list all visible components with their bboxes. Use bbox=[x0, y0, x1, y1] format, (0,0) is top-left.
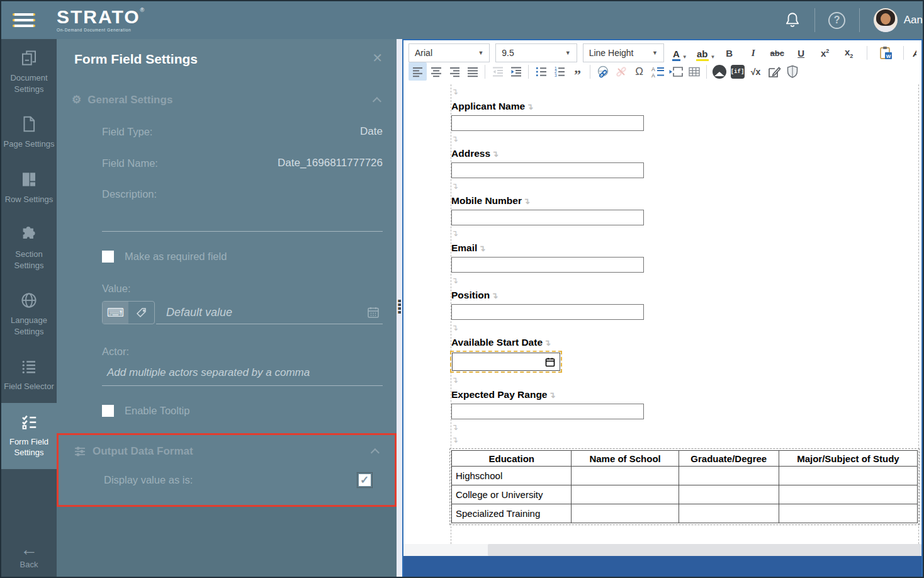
date-calendar-icon[interactable] bbox=[545, 357, 555, 367]
table-header[interactable]: Name of School bbox=[572, 451, 679, 467]
svg-text:A: A bbox=[651, 72, 655, 78]
sidebar-item-field-selector[interactable]: Field Selector bbox=[1, 348, 57, 403]
align-center-button[interactable] bbox=[427, 62, 445, 81]
sidebar-item-section-settings[interactable]: Section Settings bbox=[1, 215, 57, 281]
sidebar-item-row-settings[interactable]: Row Settings bbox=[1, 161, 57, 216]
table-cell[interactable] bbox=[779, 467, 917, 485]
expected-pay-range-input[interactable] bbox=[451, 404, 644, 419]
underline-button[interactable]: U bbox=[792, 44, 810, 62]
keyboard-mode-button[interactable]: ⌨ bbox=[103, 302, 128, 324]
table-header[interactable]: Major/Subject of Study bbox=[779, 451, 917, 467]
font-size-dropdown[interactable]: 9.5 ▼ bbox=[495, 43, 577, 62]
calendar-icon[interactable] bbox=[366, 305, 380, 319]
strikethrough-button[interactable]: abc bbox=[768, 44, 786, 62]
indent-button[interactable] bbox=[507, 62, 525, 81]
table-row: Specialized Training bbox=[452, 504, 918, 523]
numbered-list-button[interactable]: 123 bbox=[550, 62, 568, 81]
help-button[interactable]: ? bbox=[815, 1, 859, 39]
line-height-dropdown[interactable]: Line Height ▼ bbox=[583, 43, 664, 62]
bold-button[interactable]: B bbox=[720, 44, 738, 62]
sidebar-item-form-field-settings[interactable]: Form Field Settings bbox=[1, 403, 57, 469]
bullet-list-icon bbox=[535, 65, 548, 78]
sidebar-item-page-settings[interactable]: Page Settings bbox=[1, 105, 57, 161]
horizontal-scrollbar[interactable] bbox=[403, 544, 921, 556]
insert-link-button[interactable] bbox=[594, 62, 612, 81]
default-value-input[interactable]: Default value bbox=[156, 302, 383, 324]
table-cell[interactable] bbox=[679, 504, 779, 523]
italic-button[interactable]: I bbox=[744, 44, 762, 62]
available-start-date-input[interactable] bbox=[452, 353, 560, 371]
education-table[interactable]: Education Name of School Graduate/Degree… bbox=[451, 450, 918, 523]
subscript-button[interactable]: x2 bbox=[840, 44, 858, 62]
insert-table-button[interactable] bbox=[685, 62, 703, 81]
font-family-dropdown[interactable]: Arial ▼ bbox=[408, 43, 490, 62]
actor-input[interactable]: Add multiple actors separated by a comma bbox=[102, 361, 383, 386]
highlight-icon: ab bbox=[696, 48, 709, 61]
hamburger-menu-icon[interactable] bbox=[13, 13, 35, 27]
sidebar-item-language-settings[interactable]: Language Settings bbox=[1, 281, 57, 348]
table-cell[interactable]: College or University bbox=[452, 485, 572, 504]
justify-button[interactable] bbox=[463, 62, 482, 81]
position-input[interactable] bbox=[451, 304, 644, 320]
font-color-button[interactable]: A ▼ bbox=[670, 44, 688, 62]
logo-text: STRATO bbox=[57, 6, 140, 27]
table-cell[interactable]: Highschool bbox=[452, 467, 572, 485]
selected-date-field[interactable] bbox=[452, 353, 560, 371]
output-data-format-header[interactable]: Output Data Format bbox=[59, 445, 395, 458]
protect-field-button[interactable] bbox=[783, 62, 801, 81]
insert-formula-button[interactable]: √x bbox=[747, 62, 765, 81]
sidebar-back-button[interactable]: ← Back bbox=[1, 537, 57, 577]
table-cell[interactable] bbox=[679, 485, 779, 504]
tooltip-checkbox[interactable] bbox=[102, 405, 114, 417]
chevron-up-icon[interactable] bbox=[371, 448, 380, 457]
table-cell[interactable] bbox=[572, 485, 679, 504]
sidebar-item-document-settings[interactable]: Document Settings bbox=[1, 39, 57, 105]
page-break-button[interactable] bbox=[667, 62, 685, 81]
align-right-icon bbox=[448, 65, 461, 78]
close-icon[interactable]: ✕ bbox=[372, 52, 383, 64]
general-settings-header[interactable]: ⚙ General Settings bbox=[57, 93, 397, 106]
document-page[interactable]: ↴ Applicant Name↴ ↴ Address↴ ↴ Mobile Nu… bbox=[403, 82, 921, 544]
chevron-up-icon[interactable] bbox=[373, 97, 381, 106]
panel-resize-splitter[interactable] bbox=[397, 39, 402, 577]
address-input[interactable] bbox=[451, 162, 644, 178]
align-right-button[interactable] bbox=[445, 62, 463, 81]
highlight-color-button[interactable]: ab ▼ bbox=[694, 44, 714, 62]
special-character-button[interactable]: Ω bbox=[630, 62, 648, 81]
paragraph-mark-icon: ↴ bbox=[491, 291, 498, 300]
email-input[interactable] bbox=[451, 257, 644, 273]
edit-source-button[interactable] bbox=[765, 62, 783, 81]
paste-from-word-button[interactable]: W bbox=[876, 44, 894, 62]
checklist-icon bbox=[20, 412, 38, 431]
table-cell[interactable] bbox=[572, 467, 679, 485]
display-value-checkbox[interactable] bbox=[359, 474, 371, 486]
table-cell[interactable] bbox=[679, 467, 779, 485]
description-input[interactable] bbox=[102, 223, 383, 232]
table-cell[interactable] bbox=[779, 504, 917, 523]
scrollbar-thumb[interactable] bbox=[488, 544, 921, 556]
conditional-logic-button[interactable]: [if] bbox=[728, 62, 747, 81]
bullet-list-button[interactable] bbox=[532, 62, 550, 81]
outdent-button[interactable] bbox=[488, 62, 507, 81]
table-header[interactable]: Education bbox=[452, 451, 572, 467]
superscript-button[interactable]: x2 bbox=[816, 44, 834, 62]
insert-image-button[interactable] bbox=[710, 62, 728, 81]
font-family-value: Arial bbox=[415, 48, 432, 58]
table-cell[interactable] bbox=[572, 504, 679, 523]
required-checkbox[interactable] bbox=[102, 251, 114, 263]
table-cell[interactable] bbox=[779, 485, 917, 504]
table-header[interactable]: Graduate/Degree bbox=[679, 451, 779, 467]
mobile-number-input[interactable] bbox=[451, 210, 644, 225]
align-left-button[interactable] bbox=[408, 62, 427, 81]
blockquote-button[interactable]: ” bbox=[568, 62, 587, 81]
tag-mode-button[interactable] bbox=[128, 302, 154, 324]
description-label: Description: bbox=[102, 188, 157, 200]
user-menu[interactable]: Aan bbox=[860, 1, 923, 39]
globe-icon bbox=[20, 291, 38, 310]
paragraph-mark-icon: ↴ bbox=[451, 422, 918, 435]
notifications-button[interactable] bbox=[770, 1, 814, 39]
table-cell[interactable]: Specialized Training bbox=[452, 504, 572, 523]
applicant-name-input[interactable] bbox=[451, 115, 644, 131]
paragraph-format-button[interactable]: AA bbox=[648, 62, 667, 81]
unlink-button[interactable] bbox=[612, 62, 630, 81]
